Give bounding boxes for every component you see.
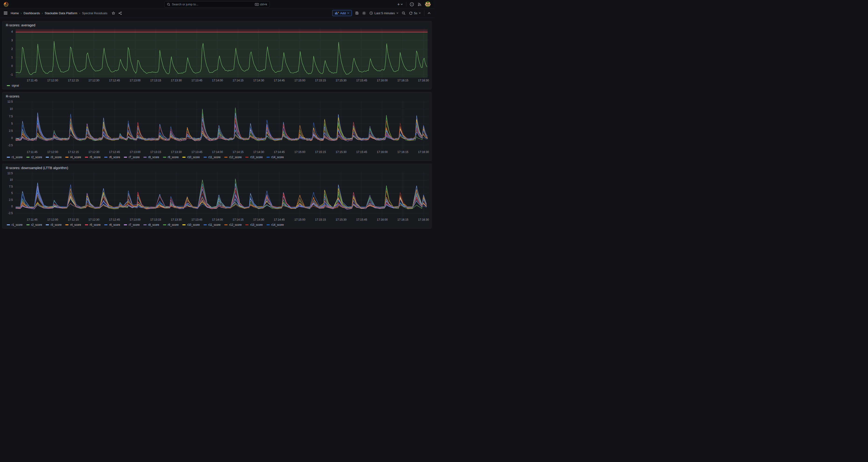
legend-label: r1_score	[12, 223, 23, 226]
legend-item-r9_score[interactable]: r9_score	[163, 223, 179, 226]
legend-item-signal[interactable]: signal	[7, 84, 19, 87]
series-swatch	[182, 224, 186, 225]
y-tick-label: 4	[11, 30, 13, 33]
x-tick-label: 17:12:45	[109, 150, 120, 154]
x-tick-label: 17:14:00	[212, 79, 223, 82]
search-input[interactable]	[172, 3, 253, 6]
x-tick-label: 17:12:45	[109, 79, 120, 82]
series-r6_score	[16, 185, 427, 209]
legend-item-r3_score[interactable]: r3_score	[46, 223, 62, 226]
legend-item-r6_score[interactable]: r6_score	[104, 223, 120, 226]
favorite-star-icon[interactable]	[112, 11, 115, 15]
x-tick-label: 17:12:00	[47, 79, 58, 82]
plus-icon: +	[397, 2, 400, 6]
series-swatch	[163, 157, 166, 158]
legend-item-r3_score[interactable]: r3_score	[46, 156, 62, 159]
x-tick-label: 17:14:45	[274, 218, 285, 221]
breadcrumb-dashboards[interactable]: Dashboards	[24, 11, 40, 15]
plot-area[interactable]	[16, 172, 428, 217]
panel-title[interactable]: R-scores	[5, 94, 429, 100]
x-tick-label: 17:11:45	[27, 150, 37, 154]
plot-wrap: -2.502.557.51012.5	[5, 172, 429, 217]
grafana-logo[interactable]	[3, 1, 9, 7]
svg-text:?: ?	[411, 3, 413, 5]
chevron-down-icon	[401, 3, 403, 5]
news-button[interactable]	[417, 2, 422, 6]
y-tick-label: 5	[11, 191, 13, 195]
panel-title[interactable]: R-scores: downsampled (LTTB algorithm)	[5, 165, 429, 172]
legend-label: r10_score	[187, 156, 199, 159]
x-tick-label: 17:13:00	[130, 150, 141, 154]
legend-item-r13_score[interactable]: r13_score	[245, 223, 262, 226]
legend-item-r14_score[interactable]: r14_score	[267, 156, 284, 159]
x-tick-label: 17:12:15	[68, 79, 79, 82]
y-tick-label: 5	[11, 122, 13, 125]
breadcrumb-home[interactable]: Home	[11, 11, 19, 15]
x-tick-label: 17:14:15	[233, 218, 244, 221]
series-swatch	[267, 157, 270, 158]
legend-item-r5_score[interactable]: r5_score	[85, 156, 101, 159]
legend-item-r6_score[interactable]: r6_score	[104, 156, 120, 159]
legend-item-r7_score[interactable]: r7_score	[124, 156, 140, 159]
x-tick-label: 17:12:00	[47, 150, 58, 154]
legend-label: r7_score	[129, 156, 140, 159]
legend-item-r10_score[interactable]: r10_score	[182, 156, 199, 159]
series-swatch	[267, 224, 270, 225]
x-tick-label: 17:14:00	[212, 218, 223, 221]
series-swatch	[26, 224, 30, 225]
series-swatch	[124, 224, 127, 225]
collapse-toolbar-button[interactable]	[428, 12, 431, 14]
legend-item-r12_score[interactable]: r12_score	[224, 223, 242, 226]
menu-icon[interactable]	[3, 11, 8, 16]
new-button[interactable]: +	[397, 2, 403, 6]
breadcrumb-folder[interactable]: Stackable Data Platform	[44, 11, 77, 15]
plot-area[interactable]	[16, 29, 428, 78]
dashboard-canvas: R-scores: averaged -101234 17:11:4517:12…	[0, 18, 434, 231]
chevron-down-icon	[347, 12, 349, 14]
share-icon[interactable]	[118, 11, 122, 15]
legend-item-r2_score[interactable]: r2_score	[26, 223, 42, 226]
help-button[interactable]: ?	[410, 2, 414, 6]
chevron-up-icon	[428, 12, 431, 14]
legend-item-r10_score[interactable]: r10_score	[182, 223, 199, 226]
series-r9_score	[16, 184, 427, 209]
legend-item-r11_score[interactable]: r11_score	[204, 156, 221, 159]
legend-item-r1_score[interactable]: r1_score	[7, 156, 23, 159]
chevron-down-icon	[419, 12, 421, 14]
series-r3_score	[16, 183, 427, 209]
x-axis: 17:11:4517:12:0017:12:1517:12:3017:12:45…	[16, 78, 428, 83]
avatar[interactable]	[425, 1, 431, 7]
series-swatch	[46, 157, 49, 158]
legend-item-r7_score[interactable]: r7_score	[124, 223, 140, 226]
legend-item-r2_score[interactable]: r2_score	[26, 156, 42, 159]
legend-item-r12_score[interactable]: r12_score	[224, 156, 242, 159]
legend-item-r8_score[interactable]: r8_score	[144, 223, 159, 226]
legend-item-r9_score[interactable]: r9_score	[163, 156, 179, 159]
refresh-interval-label: 5s	[414, 11, 417, 15]
legend-item-r13_score[interactable]: r13_score	[245, 156, 262, 159]
legend-label: r4_score	[70, 223, 81, 226]
zoom-out-button[interactable]	[402, 11, 406, 15]
legend-item-r4_score[interactable]: r4_score	[65, 223, 81, 226]
legend-item-r5_score[interactable]: r5_score	[85, 223, 101, 226]
x-tick-label: 17:14:15	[233, 79, 244, 82]
x-tick-label: 17:15:00	[294, 218, 305, 221]
panel-rscores-downsampled: R-scores: downsampled (LTTB algorithm) -…	[2, 164, 432, 228]
refresh-picker[interactable]: 5s	[409, 11, 421, 15]
legend-item-r1_score[interactable]: r1_score	[7, 223, 23, 226]
zoom-out-icon	[402, 11, 406, 15]
dashboard-settings-button[interactable]	[362, 11, 366, 15]
legend-item-r14_score[interactable]: r14_score	[267, 223, 284, 226]
add-button[interactable]: Add	[332, 10, 352, 16]
time-range-picker[interactable]: Last 5 minutes	[369, 11, 398, 15]
refresh-icon	[409, 11, 413, 15]
legend-item-r8_score[interactable]: r8_score	[144, 156, 159, 159]
legend-label: r2_score	[31, 156, 42, 159]
series-r10_score	[16, 118, 428, 140]
legend-item-r4_score[interactable]: r4_score	[65, 156, 81, 159]
panel-title[interactable]: R-scores: averaged	[5, 23, 429, 29]
save-dashboard-button[interactable]	[355, 11, 359, 15]
plot-area[interactable]	[16, 100, 428, 149]
series-swatch	[104, 224, 107, 225]
legend-item-r11_score[interactable]: r11_score	[204, 223, 221, 226]
